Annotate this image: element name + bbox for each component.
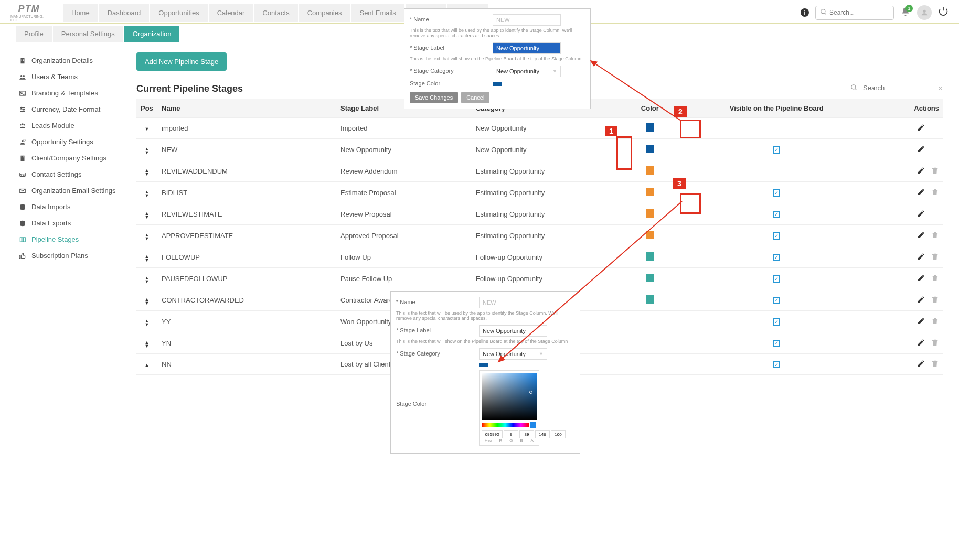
save-button[interactable]: Save Changes: [410, 92, 458, 103]
subnav-organization[interactable]: Organization: [124, 26, 180, 42]
category-select[interactable]: New Opportunity▼: [479, 348, 547, 360]
reorder-handle[interactable]: ▲▼: [145, 298, 150, 305]
sidebar-item-branding-templates[interactable]: Branding & Templates: [16, 85, 126, 101]
table-row: ▲▼BIDLISTEstimate ProposalEstimating Opp…: [136, 182, 943, 203]
sidebar-item-pipeline-stages[interactable]: Pipeline Stages: [16, 231, 126, 247]
edit-icon[interactable]: [917, 252, 925, 262]
cancel-button[interactable]: Cancel: [461, 92, 489, 103]
edit-icon[interactable]: [917, 274, 925, 284]
sidebar-item-users-teams[interactable]: Users & Teams: [16, 69, 126, 85]
visible-checkbox[interactable]: ✓: [773, 146, 780, 154]
reorder-handle[interactable]: ▲▼: [145, 169, 150, 176]
reorder-handle[interactable]: ▲▼: [145, 212, 150, 219]
visible-checkbox[interactable]: ✓: [773, 232, 780, 240]
visible-checkbox[interactable]: [773, 124, 780, 131]
delete-icon[interactable]: [931, 252, 939, 262]
search-box[interactable]: [815, 6, 894, 20]
cell-stage-label: New Opportunity: [336, 139, 472, 160]
visible-checkbox[interactable]: ✓: [773, 189, 780, 197]
color-chip[interactable]: [479, 363, 488, 367]
edit-icon[interactable]: [917, 231, 925, 241]
power-icon[interactable]: [938, 6, 949, 19]
edit-icon[interactable]: [917, 359, 925, 369]
edit-icon[interactable]: [917, 145, 925, 155]
visible-checkbox[interactable]: ✓: [773, 254, 780, 261]
name-input[interactable]: [479, 297, 547, 308]
edit-icon[interactable]: [917, 338, 925, 348]
close-icon[interactable]: ✕: [937, 84, 943, 92]
visible-checkbox[interactable]: ✓: [773, 361, 780, 368]
visible-checkbox[interactable]: ✓: [773, 297, 780, 304]
delete-icon[interactable]: [931, 231, 939, 241]
subnav-profile[interactable]: Profile: [16, 26, 52, 42]
sidebar-item-currency-date-format[interactable]: Currency, Date Format: [16, 101, 126, 117]
delete-icon[interactable]: [931, 274, 939, 284]
reorder-handle[interactable]: ▲▼: [145, 276, 150, 284]
visible-checkbox[interactable]: ✓: [773, 318, 780, 326]
color-swatch: [646, 123, 654, 132]
svg-rect-4: [22, 59, 22, 59]
delete-icon[interactable]: [931, 188, 939, 198]
sidebar-item-data-exports[interactable]: Data Exports: [16, 215, 126, 231]
edit-icon[interactable]: [917, 317, 925, 327]
reorder-handle[interactable]: ▲▼: [145, 147, 150, 155]
visible-checkbox[interactable]: ✓: [773, 340, 780, 347]
nav-home[interactable]: Home: [63, 4, 98, 22]
delete-icon[interactable]: [931, 295, 939, 305]
visible-checkbox[interactable]: ✓: [773, 275, 780, 283]
sidebar: Organization DetailsUsers & TeamsBrandin…: [16, 52, 126, 375]
table-search-input[interactable]: [861, 82, 934, 94]
sidebar-item-data-imports[interactable]: Data Imports: [16, 199, 126, 215]
sidebar-item-organization-details[interactable]: Organization Details: [16, 52, 126, 69]
sidebar-item-leads-module[interactable]: Leads Module: [16, 117, 126, 134]
reorder-handle[interactable]: ▲▼: [145, 255, 150, 262]
sidebar-item-contact-settings[interactable]: Contact Settings: [16, 166, 126, 182]
notifications[interactable]: 1: [900, 7, 911, 19]
color-swatch: [646, 274, 654, 282]
stage-label-input[interactable]: New Opportunity: [493, 42, 561, 54]
sidebar-item-subscription-plans[interactable]: Subscription Plans: [16, 247, 126, 264]
nav-companies[interactable]: Companies: [299, 4, 350, 22]
info-icon[interactable]: i: [801, 8, 809, 17]
search-input[interactable]: [829, 9, 889, 16]
sidebar-item-client-company-settings[interactable]: Client/Company Settings: [16, 150, 126, 166]
visible-checkbox[interactable]: [773, 167, 780, 174]
delete-icon[interactable]: [931, 338, 939, 348]
reorder-handle[interactable]: ▲▼: [145, 341, 150, 348]
edit-icon[interactable]: [917, 188, 925, 198]
search-icon: [850, 84, 858, 93]
reorder-handle[interactable]: ▲▼: [145, 233, 150, 241]
sidebar-item-organization-email-settings[interactable]: Organization Email Settings: [16, 182, 126, 199]
reorder-handle[interactable]: ▲▼: [145, 319, 150, 327]
stage-label-input[interactable]: [479, 325, 547, 337]
cell-name: YN: [157, 332, 336, 354]
color-saturation-picker[interactable]: [482, 373, 537, 385]
cell-name: PAUSEDFOLLOWUP: [157, 268, 336, 289]
delete-icon[interactable]: [931, 359, 939, 369]
delete-icon[interactable]: [931, 166, 939, 176]
category-select[interactable]: New Opportunity▼: [493, 66, 561, 77]
edit-icon[interactable]: [917, 209, 925, 219]
delete-icon[interactable]: [931, 317, 939, 327]
nav-opportunities[interactable]: Opportunities: [150, 4, 207, 22]
add-pipeline-stage-button[interactable]: Add New Pipeline Stage: [136, 52, 227, 71]
edit-icon[interactable]: [917, 123, 925, 133]
sidebar-item-opportunity-settings[interactable]: Opportunity Settings: [16, 134, 126, 150]
table-row: ▲▼PAUSEDFOLLOWUPPause Follow UpFollow-up…: [136, 268, 943, 289]
reorder-handle[interactable]: ▲: [145, 363, 150, 367]
nav-calendar[interactable]: Calendar: [209, 4, 253, 22]
nav-sent-emails[interactable]: Sent Emails: [351, 4, 404, 22]
reorder-handle[interactable]: ▼: [145, 127, 150, 131]
nav-contacts[interactable]: Contacts: [254, 4, 297, 22]
svg-point-9: [23, 74, 25, 77]
color-chip[interactable]: [493, 82, 502, 86]
visible-checkbox[interactable]: ✓: [773, 211, 780, 218]
avatar[interactable]: [917, 5, 932, 20]
subnav-personal-settings[interactable]: Personal Settings: [53, 26, 123, 42]
cell-category: New Opportunity: [472, 139, 624, 160]
edit-icon[interactable]: [917, 295, 925, 305]
name-input[interactable]: [493, 14, 561, 26]
reorder-handle[interactable]: ▲▼: [145, 190, 150, 198]
edit-icon[interactable]: [917, 166, 925, 176]
nav-dashboard[interactable]: Dashboard: [99, 4, 150, 22]
